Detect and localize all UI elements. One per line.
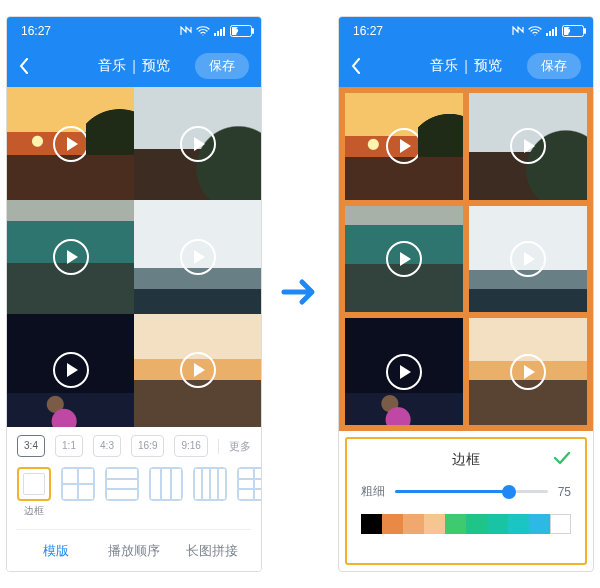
play-icon[interactable] <box>386 354 422 390</box>
layout-4x1[interactable] <box>193 467 227 501</box>
play-icon[interactable] <box>386 128 422 164</box>
grid-cell-6[interactable] <box>469 318 587 425</box>
border-panel-title-row: 边框 <box>361 451 571 469</box>
layout-row: 边框 <box>17 467 251 518</box>
phone-after: 16:27 29 音乐 | 预览 保存 <box>338 16 594 572</box>
bottom-tabs: 模版 播放顺序 长图拼接 <box>17 529 251 571</box>
slider-thumb[interactable] <box>502 485 516 499</box>
grid-cell-5[interactable] <box>7 314 134 427</box>
color-swatch-2[interactable] <box>403 514 424 534</box>
color-swatch-5[interactable] <box>466 514 487 534</box>
svg-rect-8 <box>549 31 551 36</box>
color-swatch-7[interactable] <box>508 514 529 534</box>
video-grid-with-border <box>339 87 593 431</box>
save-button[interactable]: 保存 <box>527 53 581 79</box>
svg-rect-3 <box>223 27 225 36</box>
battery-percentage: 29 <box>568 26 579 37</box>
grid-cell-6[interactable] <box>134 314 261 427</box>
play-icon[interactable] <box>180 126 216 162</box>
ratio-3-4[interactable]: 3:4 <box>17 435 45 457</box>
svg-rect-9 <box>552 29 554 36</box>
template-panel: 3:4 1:1 4:3 16:9 9:16 更多 边框 模版 <box>7 427 261 571</box>
nfc-icon <box>180 26 192 36</box>
header-preview-tab[interactable]: 预览 <box>142 57 170 75</box>
header-bar: 音乐 | 预览 保存 <box>7 45 261 87</box>
tab-play-order[interactable]: 播放顺序 <box>95 530 173 571</box>
play-icon[interactable] <box>180 352 216 388</box>
header-music-tab[interactable]: 音乐 <box>98 57 126 75</box>
svg-rect-2 <box>220 29 222 36</box>
ratio-1-1[interactable]: 1:1 <box>55 435 83 457</box>
status-right-icons: 29 <box>180 25 247 37</box>
ratio-4-3[interactable]: 4:3 <box>93 435 121 457</box>
svg-rect-12 <box>584 28 586 34</box>
back-button[interactable] <box>19 58 39 74</box>
header-separator: | <box>132 58 136 74</box>
play-icon[interactable] <box>510 354 546 390</box>
tab-template[interactable]: 模版 <box>17 530 95 571</box>
layout-2x2[interactable] <box>61 467 95 501</box>
header-music-tab[interactable]: 音乐 <box>430 57 458 75</box>
grid-cell-1[interactable] <box>345 93 463 200</box>
thickness-label: 粗细 <box>361 483 385 500</box>
play-icon[interactable] <box>386 241 422 277</box>
status-time: 16:27 <box>21 24 51 38</box>
color-swatch-3[interactable] <box>424 514 445 534</box>
ratio-16-9[interactable]: 16:9 <box>131 435 164 457</box>
grid-cell-5[interactable] <box>345 318 463 425</box>
svg-rect-0 <box>214 33 216 36</box>
header-bar: 音乐 | 预览 保存 <box>339 45 593 87</box>
check-icon <box>553 451 571 465</box>
video-grid <box>7 87 261 427</box>
thickness-slider[interactable] <box>395 490 548 493</box>
grid-cell-2[interactable] <box>469 93 587 200</box>
nfc-icon <box>512 26 524 36</box>
play-icon[interactable] <box>180 239 216 275</box>
confirm-button[interactable] <box>553 451 571 468</box>
color-swatch-1[interactable] <box>382 514 403 534</box>
signal-icon <box>546 26 558 36</box>
back-button[interactable] <box>351 58 371 74</box>
play-icon[interactable] <box>510 128 546 164</box>
save-button[interactable]: 保存 <box>195 53 249 79</box>
battery-percentage: 29 <box>236 26 247 37</box>
transition-arrow <box>280 272 320 316</box>
header-preview-tab[interactable]: 预览 <box>474 57 502 75</box>
ratio-9-16[interactable]: 9:16 <box>174 435 207 457</box>
status-time: 16:27 <box>353 24 383 38</box>
svg-rect-10 <box>555 27 557 36</box>
layout-1x3[interactable] <box>105 467 139 501</box>
play-icon[interactable] <box>53 239 89 275</box>
chevron-left-icon <box>351 58 361 74</box>
grid-cell-3[interactable] <box>345 206 463 313</box>
play-icon[interactable] <box>53 352 89 388</box>
color-swatch-0[interactable] <box>361 514 382 534</box>
color-swatch-9[interactable] <box>550 514 571 534</box>
color-strip <box>361 514 571 534</box>
color-swatch-4[interactable] <box>445 514 466 534</box>
play-icon[interactable] <box>510 241 546 277</box>
grid-cell-1[interactable] <box>7 87 134 200</box>
grid-cell-4[interactable] <box>134 200 261 313</box>
layout-3x1[interactable] <box>149 467 183 501</box>
layout-border-label: 边框 <box>24 504 44 518</box>
arrow-right-icon <box>280 272 320 312</box>
color-swatch-8[interactable] <box>529 514 550 534</box>
color-swatch-6[interactable] <box>487 514 508 534</box>
layout-2x3[interactable] <box>237 467 262 501</box>
layout-border[interactable]: 边框 <box>17 467 51 518</box>
ratio-more[interactable]: 更多 <box>218 439 251 454</box>
play-icon[interactable] <box>53 126 89 162</box>
tab-long-stitch[interactable]: 长图拼接 <box>173 530 251 571</box>
chevron-left-icon <box>19 58 29 74</box>
grid-cell-2[interactable] <box>134 87 261 200</box>
grid-cell-4[interactable] <box>469 206 587 313</box>
grid-cell-3[interactable] <box>7 200 134 313</box>
status-bar: 16:27 29 <box>7 17 261 45</box>
border-panel-title: 边框 <box>452 451 480 467</box>
border-panel: 边框 粗细 75 <box>345 437 587 565</box>
wifi-icon <box>196 26 210 36</box>
ratio-row: 3:4 1:1 4:3 16:9 9:16 更多 <box>17 435 251 457</box>
header-separator: | <box>464 58 468 74</box>
thickness-value: 75 <box>558 485 571 499</box>
